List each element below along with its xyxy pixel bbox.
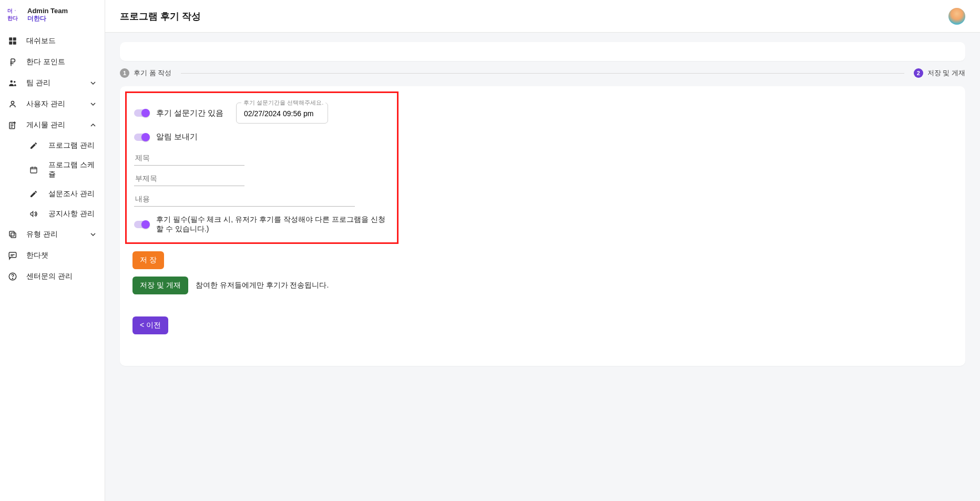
step-1-label: 후기 폼 작성	[134, 68, 171, 78]
page-title: 프로그램 후기 작성	[120, 10, 201, 23]
sidebar-item-label: 팀 관리	[26, 78, 80, 88]
save-button[interactable]: 저 장	[132, 251, 164, 269]
sidebar-item-label: 대쉬보드	[26, 36, 97, 46]
sidebar-item-label: 프로그램 스케쥴	[48, 160, 97, 179]
toggle-required-label: 후기 필수(필수 체크 시, 유저가 후기를 작성해야 다른 프로그램을 신청할…	[156, 215, 387, 234]
stepper: 1 후기 폼 작성 2 저장 및 게재	[120, 68, 965, 78]
sidebar-item-points[interactable]: 한다 포인트	[0, 52, 105, 73]
save-row: 저 장	[132, 251, 953, 269]
step-2-badge: 2	[914, 68, 923, 78]
svg-rect-8	[30, 167, 37, 173]
blank-card	[120, 42, 965, 61]
toggle-survey-period-label: 후기 설문기간 있음	[156, 108, 223, 118]
topbar: 프로그램 후기 작성	[105, 0, 980, 33]
chat-icon	[7, 250, 18, 261]
chevron-up-icon	[89, 121, 97, 129]
copy-icon	[7, 229, 18, 240]
help-icon	[7, 271, 18, 282]
topbar-right	[948, 8, 965, 25]
calendar-icon	[28, 165, 39, 175]
toggle-required[interactable]	[134, 221, 149, 228]
chevron-down-icon	[89, 100, 97, 108]
pencil-icon	[28, 189, 39, 199]
sidebar-item-chat[interactable]: 한다챗	[0, 245, 105, 266]
step-2-label: 저장 및 게재	[927, 68, 965, 78]
sidebar-item-label: 유형 관리	[26, 230, 80, 239]
row-required: 후기 필수(필수 체크 시, 유저가 후기를 작성해야 다른 프로그램을 신청할…	[134, 215, 387, 234]
step-divider-line	[181, 73, 904, 74]
row-title	[134, 150, 387, 166]
sidebar-item-team[interactable]: 팀 관리	[0, 73, 105, 94]
toggle-notify[interactable]	[134, 134, 149, 141]
svg-rect-1	[13, 37, 16, 40]
publish-hint-text: 참여한 유저들에게만 후기가 전송됩니다.	[196, 281, 329, 290]
sidebar-item-center-inquiry[interactable]: 센터문의 관리	[0, 266, 105, 287]
logo-icon: 더ㆍ한다	[7, 7, 22, 22]
content: 1 후기 폼 작성 2 저장 및 게재 후기 설문기간 있음 후기 설문기간을 …	[105, 33, 980, 387]
save-publish-row: 저장 및 게재 참여한 유저들에게만 후기가 전송됩니다.	[132, 277, 953, 294]
svg-rect-2	[9, 42, 12, 45]
dashboard-icon	[7, 36, 18, 46]
row-notify: 알림 보내기	[134, 132, 387, 142]
post-add-icon	[7, 120, 18, 130]
sidebar-item-users[interactable]: 사용자 관리	[0, 94, 105, 115]
svg-rect-3	[13, 42, 16, 45]
row-content	[134, 191, 387, 207]
sidebar-item-program-mgmt[interactable]: 프로그램 관리	[16, 136, 105, 156]
sidebar-item-label: 센터문의 관리	[26, 272, 97, 281]
toggle-notify-label: 알림 보내기	[156, 132, 198, 142]
svg-rect-10	[9, 231, 14, 236]
svg-point-6	[11, 101, 14, 104]
logo-text: Admin Team 더한다	[27, 7, 68, 22]
sidebar-item-label: 공지사항 관리	[48, 209, 97, 219]
row-survey-period: 후기 설문기간 있음 후기 설문기간을 선택해주세요.	[134, 103, 387, 124]
sidebar: 더ㆍ한다 Admin Team 더한다 대쉬보드 한다 포인트 팀 관리	[0, 0, 105, 501]
subtitle-input[interactable]	[134, 171, 244, 186]
avatar[interactable]	[948, 8, 965, 25]
row-subtitle	[134, 171, 387, 186]
survey-period-field: 후기 설문기간을 선택해주세요.	[236, 103, 328, 124]
save-publish-button[interactable]: 저장 및 게재	[132, 277, 188, 294]
toggle-survey-period[interactable]	[134, 109, 149, 117]
megaphone-icon	[28, 209, 39, 219]
survey-period-float-label: 후기 설문기간을 선택해주세요.	[241, 99, 325, 107]
content-input[interactable]	[134, 191, 355, 207]
ruble-icon	[7, 57, 18, 67]
sidebar-item-survey-mgmt[interactable]: 설문조사 관리	[16, 184, 105, 204]
sidebar-item-label: 한다 포인트	[26, 57, 97, 67]
sidebar-submenu-posts: 프로그램 관리 프로그램 스케쥴 설문조사 관리 공지사항 관리	[0, 136, 105, 224]
sidebar-item-label: 게시물 관리	[26, 120, 80, 130]
sidebar-item-label: 프로그램 관리	[48, 141, 97, 150]
title-input[interactable]	[134, 150, 244, 166]
back-row: < 이전	[132, 316, 953, 334]
person-icon	[7, 99, 18, 109]
sidebar-item-label: 한다챗	[26, 251, 97, 260]
svg-rect-0	[9, 37, 12, 40]
svg-rect-9	[11, 233, 16, 238]
sidebar-item-posts[interactable]: 게시물 관리	[0, 115, 105, 136]
sidebar-item-label: 설문조사 관리	[48, 189, 97, 199]
chevron-down-icon	[89, 79, 97, 87]
pencil-icon	[28, 140, 39, 151]
back-button[interactable]: < 이전	[132, 316, 168, 334]
sidebar-nav: 대쉬보드 한다 포인트 팀 관리 사용자 관리	[0, 27, 105, 287]
people-icon	[7, 78, 18, 88]
highlighted-form-section: 후기 설문기간 있음 후기 설문기간을 선택해주세요. 알림 보내기	[125, 91, 399, 244]
svg-point-4	[11, 80, 13, 83]
sidebar-item-label: 사용자 관리	[26, 99, 80, 109]
form-card: 후기 설문기간 있음 후기 설문기간을 선택해주세요. 알림 보내기	[120, 86, 965, 366]
brand-name: 더한다	[27, 15, 68, 22]
svg-point-13	[12, 278, 13, 279]
sidebar-item-dashboard[interactable]: 대쉬보드	[0, 30, 105, 52]
sidebar-item-program-schedule[interactable]: 프로그램 스케쥴	[16, 156, 105, 184]
sidebar-header: 더ㆍ한다 Admin Team 더한다	[0, 0, 105, 27]
main: 프로그램 후기 작성 1 후기 폼 작성 2 저장 및 게재 후기 설문기간 있…	[105, 0, 980, 501]
svg-point-5	[14, 81, 15, 83]
chevron-down-icon	[89, 230, 97, 239]
brand-admin-label: Admin Team	[27, 7, 68, 15]
sidebar-item-types[interactable]: 유형 관리	[0, 224, 105, 245]
sidebar-item-notice-mgmt[interactable]: 공지사항 관리	[16, 204, 105, 224]
step-1-badge: 1	[120, 68, 129, 78]
